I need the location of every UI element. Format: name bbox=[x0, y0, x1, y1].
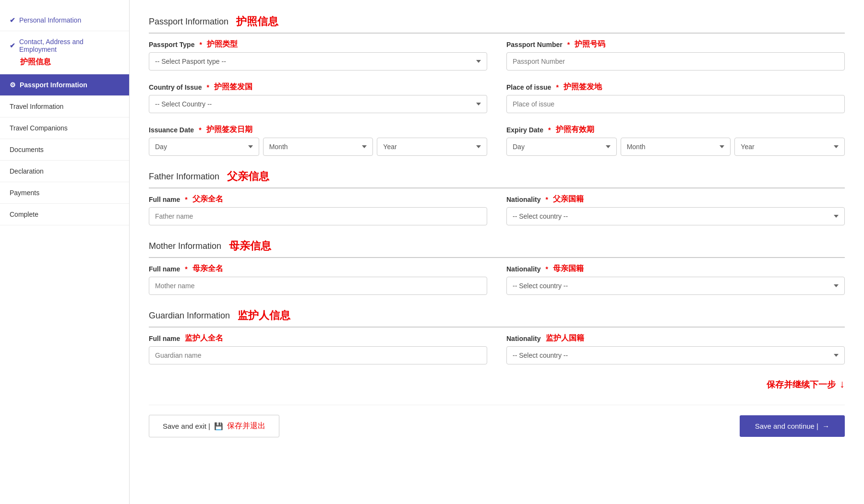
issuance-day-select[interactable]: Day bbox=[149, 138, 259, 156]
expiry-date-label: Expiry Date * 护照有效期 bbox=[506, 125, 845, 135]
father-nationality-label: Nationality * 父亲国籍 bbox=[506, 194, 845, 204]
father-section: Father Information 父亲信息 Full name * 父亲全名… bbox=[149, 169, 845, 225]
passport-number-input[interactable] bbox=[506, 52, 845, 70]
checkmark-icon: ✔ bbox=[10, 16, 15, 24]
country-of-issue-select[interactable]: -- Select Country -- bbox=[149, 95, 487, 113]
mother-name-group: Full name * 母亲全名 bbox=[149, 264, 487, 295]
passport-section: Passport Information 护照信息 Passport Type … bbox=[149, 14, 845, 156]
guardian-name-input[interactable] bbox=[149, 346, 487, 364]
guardian-nationality-label: Nationality 监护人国籍 bbox=[506, 333, 845, 343]
guardian-section-title-cn: 监护人信息 bbox=[238, 308, 290, 323]
main-content: Passport Information 护照信息 Passport Type … bbox=[130, 0, 864, 504]
save-continue-button[interactable]: Save and continue | → bbox=[740, 415, 845, 437]
sidebar-item-personal-info[interactable]: ✔ Personal Information bbox=[0, 10, 129, 31]
sidebar-item-documents[interactable]: Documents bbox=[0, 139, 129, 161]
sidebar-item-payments[interactable]: Payments bbox=[0, 182, 129, 204]
father-nationality-select[interactable]: -- Select country -- bbox=[506, 207, 845, 225]
father-name-label: Full name * 父亲全名 bbox=[149, 194, 487, 204]
guardian-nationality-select[interactable]: -- Select country -- bbox=[506, 346, 845, 364]
mother-section-header: Mother Information 母亲信息 bbox=[149, 239, 845, 258]
sidebar-item-contact-address[interactable]: ✔ Contact, Address andEmployment 护照信息 bbox=[0, 31, 129, 74]
passport-number-group: Passport Number * 护照号码 bbox=[506, 39, 845, 70]
passport-type-group: Passport Type * 护照类型 -- Select Pasport t… bbox=[149, 39, 487, 70]
issuance-month-select[interactable]: Month bbox=[263, 138, 373, 156]
mother-section-title-en: Mother Information bbox=[149, 241, 221, 251]
country-of-issue-group: Country of Issue * 护照签发国 -- Select Count… bbox=[149, 82, 487, 113]
passport-type-select[interactable]: -- Select Pasport type -- bbox=[149, 52, 487, 70]
guardian-section-title-en: Guardian Information bbox=[149, 311, 230, 321]
country-of-issue-label: Country of Issue * 护照签发国 bbox=[149, 82, 487, 92]
guardian-nationality-group: Nationality 监护人国籍 -- Select country -- bbox=[506, 333, 845, 364]
guardian-name-label: Full name 监护人全名 bbox=[149, 333, 487, 343]
sidebar-item-travel-info[interactable]: Travel Information bbox=[0, 96, 129, 117]
sidebar-item-label: Contact, Address andEmployment bbox=[19, 38, 84, 53]
expiry-date-selects: Day Month Year bbox=[506, 138, 845, 156]
settings-icon: ⚙ bbox=[10, 81, 16, 89]
mother-section-title-cn: 母亲信息 bbox=[229, 239, 271, 253]
father-name-input[interactable] bbox=[149, 207, 487, 225]
issuance-year-select[interactable]: Year bbox=[377, 138, 487, 156]
mother-section: Mother Information 母亲信息 Full name * 母亲全名… bbox=[149, 239, 845, 295]
save-exit-button[interactable]: Save and exit | 💾 保存并退出 bbox=[149, 415, 279, 437]
father-nationality-group: Nationality * 父亲国籍 -- Select country -- bbox=[506, 194, 845, 225]
mother-name-label: Full name * 母亲全名 bbox=[149, 264, 487, 274]
father-name-group: Full name * 父亲全名 bbox=[149, 194, 487, 225]
continue-annotation-cn: 保存并继续下一步 bbox=[767, 379, 836, 390]
mother-name-input[interactable] bbox=[149, 277, 487, 295]
mother-nationality-label: Nationality * 母亲国籍 bbox=[506, 264, 845, 274]
father-section-title-cn: 父亲信息 bbox=[227, 169, 269, 184]
issuance-date-label: Issuance Date * 护照签发日期 bbox=[149, 125, 487, 135]
arrow-icon: ↓ bbox=[840, 378, 845, 390]
father-fields-row: Full name * 父亲全名 Nationality * 父亲国籍 -- S… bbox=[149, 194, 845, 225]
save-continue-label-en: Save and continue | bbox=[755, 422, 818, 430]
sidebar-item-label: Documents bbox=[10, 146, 44, 153]
checkmark-icon: ✔ bbox=[10, 42, 15, 49]
guardian-section: Guardian Information 监护人信息 Full name 监护人… bbox=[149, 308, 845, 364]
father-section-header: Father Information 父亲信息 bbox=[149, 169, 845, 188]
passport-section-title-cn: 护照信息 bbox=[236, 14, 278, 29]
sidebar-item-passport-info[interactable]: ⚙ Passport Information bbox=[0, 74, 129, 96]
sidebar-item-label: Payments bbox=[10, 189, 39, 197]
mother-fields-row: Full name * 母亲全名 Nationality * 母亲国籍 -- S… bbox=[149, 264, 845, 295]
passport-section-header: Passport Information 护照信息 bbox=[149, 14, 845, 34]
guardian-fields-row: Full name 监护人全名 Nationality 监护人国籍 -- Sel… bbox=[149, 333, 845, 364]
expiry-date-group: Expiry Date * 护照有效期 Day Month Year bbox=[506, 125, 845, 156]
mother-nationality-select[interactable]: -- Select country -- bbox=[506, 277, 845, 295]
father-section-title-en: Father Information bbox=[149, 172, 219, 182]
dates-row: Issuance Date * 护照签发日期 Day Month Year bbox=[149, 125, 845, 156]
place-of-issue-input[interactable] bbox=[506, 95, 845, 113]
sidebar-item-label: Declaration bbox=[10, 167, 44, 175]
sidebar-item-label: Personal Information bbox=[19, 16, 81, 24]
place-of-issue-label: Place of issue * 护照签发地 bbox=[506, 82, 845, 92]
issuance-date-group: Issuance Date * 护照签发日期 Day Month Year bbox=[149, 125, 487, 156]
expiry-day-select[interactable]: Day bbox=[506, 138, 617, 156]
continue-arrow-icon: → bbox=[822, 422, 829, 430]
expiry-month-select[interactable]: Month bbox=[621, 138, 731, 156]
sidebar-item-label: Passport Information bbox=[20, 81, 87, 89]
save-icon: 💾 bbox=[214, 422, 223, 431]
save-exit-label-en: Save and exit | bbox=[163, 422, 210, 430]
mother-nationality-group: Nationality * 母亲国籍 -- Select country -- bbox=[506, 264, 845, 295]
button-row: Save and exit | 💾 保存并退出 Save and continu… bbox=[149, 405, 845, 437]
sidebar-item-travel-companions[interactable]: Travel Companions bbox=[0, 117, 129, 139]
sidebar-item-label: Travel Companions bbox=[10, 124, 68, 132]
passport-number-label: Passport Number * 护照号码 bbox=[506, 39, 845, 49]
issuance-date-selects: Day Month Year bbox=[149, 138, 487, 156]
country-place-row: Country of Issue * 护照签发国 -- Select Count… bbox=[149, 82, 845, 113]
expiry-year-select[interactable]: Year bbox=[734, 138, 845, 156]
save-exit-label-cn: 保存并退出 bbox=[227, 421, 265, 431]
guardian-name-group: Full name 监护人全名 bbox=[149, 333, 487, 364]
sidebar-cn-label: 护照信息 bbox=[20, 57, 51, 67]
sidebar-item-label: Travel Information bbox=[10, 103, 63, 110]
place-of-issue-group: Place of issue * 护照签发地 bbox=[506, 82, 845, 113]
sidebar-item-complete[interactable]: Complete bbox=[0, 204, 129, 225]
sidebar-item-label: Complete bbox=[10, 211, 38, 218]
guardian-section-header: Guardian Information 监护人信息 bbox=[149, 308, 845, 328]
sidebar: ✔ Personal Information ✔ Contact, Addres… bbox=[0, 0, 130, 504]
continue-annotation-row: 保存并继续下一步 ↓ bbox=[149, 378, 845, 390]
sidebar-item-declaration[interactable]: Declaration bbox=[0, 161, 129, 182]
passport-type-number-row: Passport Type * 护照类型 -- Select Pasport t… bbox=[149, 39, 845, 70]
passport-section-title-en: Passport Information bbox=[149, 17, 228, 27]
passport-type-label: Passport Type * 护照类型 bbox=[149, 39, 487, 49]
